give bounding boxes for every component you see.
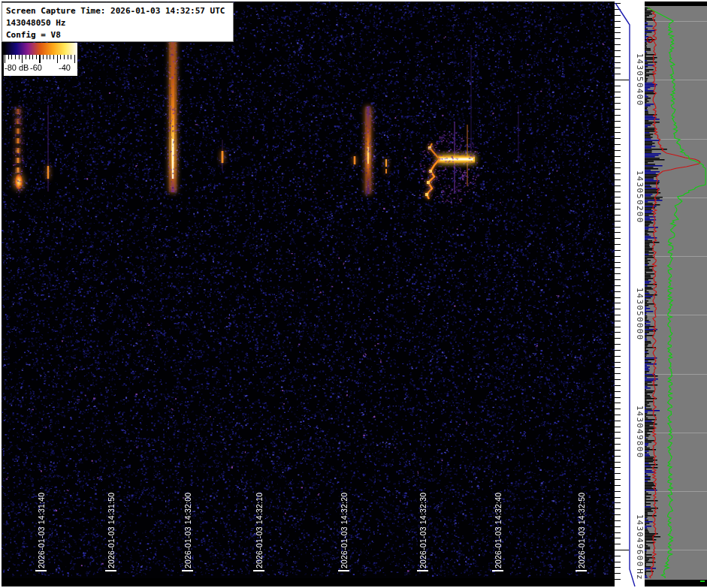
frequency-line: 143048050 Hz <box>6 17 233 29</box>
time-axis-label: 2026-01-03 14:32:10 <box>255 493 264 568</box>
time-axis-tick <box>576 570 587 571</box>
legend-label-60db: -60 <box>30 63 42 72</box>
freq-axis-label: 143049600 <box>635 514 645 567</box>
spectrum-panel <box>645 2 707 586</box>
capture-time-line: Screen Capture Time: 2026-01-03 14:32:57… <box>6 5 233 17</box>
time-axis-label: 2026-01-03 14:32:50 <box>577 493 586 568</box>
time-axis-tick <box>253 570 264 571</box>
time-axis-label: 2026-01-03 14:31:40 <box>37 493 46 568</box>
time-axis-tick <box>492 570 503 571</box>
info-box: Screen Capture Time: 2026-01-03 14:32:57… <box>2 2 234 42</box>
time-axis-label: 2026-01-03 14:31:50 <box>107 493 116 568</box>
freq-axis-label: 143050200 <box>635 170 645 223</box>
color-scale-ruler <box>4 55 77 63</box>
legend-label-40db: -40 <box>59 63 71 72</box>
legend-label-80db: -80 dB <box>5 63 29 72</box>
time-axis-tick <box>105 570 116 571</box>
time-axis-label: 2026-01-03 14:32:40 <box>494 493 503 568</box>
time-axis-label: 2026-01-03 14:32:00 <box>183 493 192 568</box>
color-scale-legend: -80 dB -60 -40 <box>4 43 77 76</box>
time-axis-tick <box>417 570 428 571</box>
time-axis-label: 2026-01-03 14:32:20 <box>340 493 349 568</box>
freq-axis-label: 143050400 <box>635 53 645 106</box>
color-scale-gradient <box>4 43 77 55</box>
time-axis-label: 2026-01-03 14:32:30 <box>418 493 428 568</box>
config-line: Config = V8 <box>6 29 233 41</box>
spectrogram-waterfall <box>2 2 615 586</box>
freq-axis-label: 143049800 <box>635 406 645 458</box>
freq-axis-unit: Hz <box>635 568 645 580</box>
time-axis-tick <box>35 570 47 571</box>
time-axis-tick <box>338 570 349 571</box>
freq-axis-label: 143050000 <box>635 288 645 340</box>
screen-capture-frame: Screen Capture Time: 2026-01-03 14:32:57… <box>0 0 707 588</box>
time-axis-tick <box>182 570 193 571</box>
